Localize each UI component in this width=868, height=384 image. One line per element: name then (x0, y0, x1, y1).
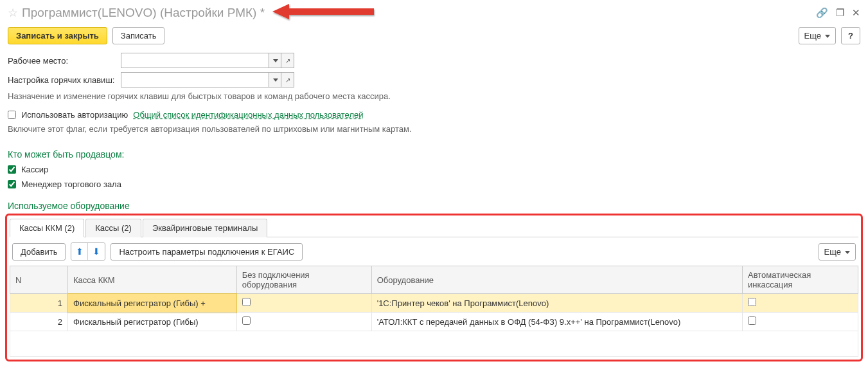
seller-cashier-label: Кассир (21, 165, 48, 174)
seller-cashier-checkbox[interactable] (8, 165, 16, 174)
close-icon[interactable]: ✕ (852, 7, 860, 19)
cell-auto[interactable] (743, 313, 858, 331)
more-button[interactable]: Еще (799, 27, 836, 44)
cell-n[interactable]: 2 (10, 313, 68, 331)
auth-hint: Включите этот флаг, если требуется автор… (0, 122, 868, 140)
hotkeys-open-button[interactable]: ↗ (281, 72, 294, 87)
egais-settings-button[interactable]: Настроить параметры подключения к ЕГАИС (111, 243, 303, 261)
cell-noconn[interactable] (236, 313, 371, 331)
cell-n[interactable]: 1 (10, 294, 68, 313)
tab-more-button[interactable]: Еще (819, 243, 856, 261)
move-up-button[interactable]: ⬆ (71, 243, 88, 260)
col-n[interactable]: N (10, 266, 68, 294)
page-title: Программист(LENOVO) (Настройки РМК) * (22, 6, 265, 20)
favorite-star-icon[interactable]: ☆ (8, 6, 18, 20)
save-button[interactable]: Записать (112, 27, 165, 44)
seller-manager-label: Менеджер торгового зала (21, 179, 121, 189)
hotkeys-dropdown-button[interactable] (269, 72, 281, 87)
cell-auto[interactable] (743, 294, 858, 313)
table-filler-row (10, 331, 858, 357)
cell-device[interactable]: 'АТОЛ:ККТ с передачей данных в ОФД (54-Ф… (371, 313, 742, 331)
save-and-close-button[interactable]: Записать и закрыть (8, 27, 107, 44)
workplace-label: Рабочее место: (8, 56, 117, 66)
help-button[interactable]: ? (841, 27, 860, 44)
hotkeys-label: Настройка горячих клавиш: (8, 75, 117, 85)
noconn-checkbox[interactable] (242, 298, 251, 306)
auto-checkbox[interactable] (748, 316, 756, 325)
equipment-section-title: Используемое оборудование (0, 192, 868, 214)
add-button[interactable]: Добавить (12, 243, 66, 261)
workplace-input[interactable] (121, 53, 269, 68)
auth-list-link[interactable]: Общий список идентификационных данных по… (133, 110, 363, 120)
annotation-arrow (265, 4, 816, 22)
link-icon[interactable]: 🔗 (816, 7, 828, 19)
table-row[interactable]: 2Фискальный регистратор (Гибы)'АТОЛ:ККТ … (10, 313, 858, 331)
cell-noconn[interactable] (236, 294, 371, 313)
auto-checkbox[interactable] (748, 298, 756, 306)
move-down-button[interactable]: ⬇ (88, 243, 105, 260)
cell-kkm[interactable]: Фискальный регистратор (Гибы) (68, 313, 237, 331)
tab-acquiring[interactable]: Эквайринговые терминалы (143, 219, 268, 237)
tab-kkm[interactable]: Кассы ККМ (2) (10, 219, 84, 237)
use-auth-label: Использовать авторизацию (21, 110, 128, 120)
col-auto[interactable]: Автоматическая инкассация (743, 266, 858, 294)
use-auth-checkbox[interactable] (8, 111, 16, 119)
equipment-tabs: Кассы ККМ (2) Кассы (2) Эквайринговые те… (10, 218, 858, 237)
table-row[interactable]: 1Фискальный регистратор (Гибы) +'1С:Прин… (10, 294, 858, 313)
equipment-table: N Касса ККМ Без подключения оборудования… (10, 266, 858, 357)
window-restore-icon[interactable]: ❐ (836, 7, 844, 19)
chevron-down-icon (272, 77, 278, 84)
tab-kassy[interactable]: Кассы (2) (85, 219, 141, 237)
workplace-open-button[interactable]: ↗ (281, 53, 294, 68)
col-device[interactable]: Оборудование (371, 266, 742, 294)
cell-device[interactable]: '1С:Принтер чеков' на Программист(Lenovo… (371, 294, 742, 313)
svg-marker-0 (272, 4, 374, 19)
workplace-dropdown-button[interactable] (269, 53, 281, 68)
col-noconn[interactable]: Без подключения оборудования (236, 266, 371, 294)
col-kkm[interactable]: Касса ККМ (68, 266, 237, 294)
hotkeys-input[interactable] (121, 72, 269, 87)
hotkeys-hint: Назначение и изменение горячих клавиш дл… (0, 89, 868, 107)
sellers-section-title: Кто может быть продавцом: (0, 140, 868, 162)
noconn-checkbox[interactable] (242, 316, 251, 325)
chevron-down-icon (272, 57, 278, 64)
cell-kkm[interactable]: Фискальный регистратор (Гибы) + (68, 294, 237, 313)
seller-manager-checkbox[interactable] (8, 180, 16, 188)
chevron-down-icon (824, 31, 830, 41)
chevron-down-icon (844, 247, 850, 257)
highlight-annotation: Кассы ККМ (2) Кассы (2) Эквайринговые те… (5, 214, 863, 361)
